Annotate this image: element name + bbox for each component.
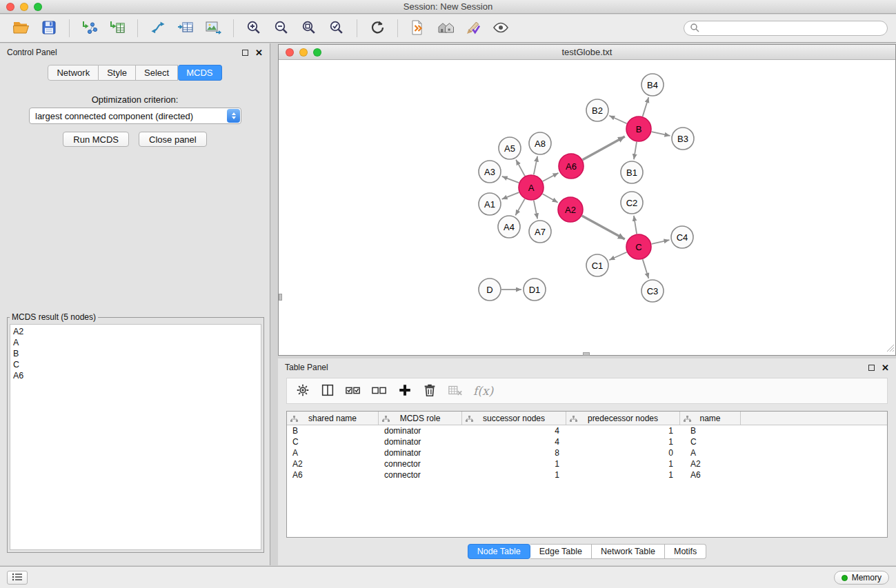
graph-node-A5[interactable]: A5 <box>499 137 521 159</box>
graph-node-B3[interactable]: B3 <box>672 128 694 150</box>
panel-menu-button[interactable] <box>7 571 28 585</box>
select-all-button[interactable] <box>345 381 361 401</box>
tab-mcds[interactable]: MCDS <box>178 65 221 81</box>
tab-motifs[interactable]: Motifs <box>665 544 706 559</box>
table-cell[interactable]: C <box>680 437 741 447</box>
close-window-button[interactable] <box>6 3 14 11</box>
table-cell[interactable]: C <box>287 437 379 447</box>
tab-network[interactable]: Network <box>48 65 99 81</box>
graph-edge-A-A7[interactable] <box>534 201 537 219</box>
zoom-in-button[interactable] <box>241 17 267 39</box>
table-cell[interactable]: A2 <box>287 459 379 469</box>
float-panel-icon[interactable] <box>868 365 875 371</box>
import-table-button[interactable] <box>104 17 130 39</box>
graph-node-C[interactable]: C <box>626 234 651 259</box>
graph-edge-C-C4[interactable] <box>652 240 670 244</box>
graph-node-C3[interactable]: C3 <box>641 280 664 302</box>
table-cell[interactable]: connector <box>379 459 462 469</box>
open-session-button[interactable] <box>8 17 34 39</box>
graph-node-A[interactable]: A <box>519 175 544 200</box>
mcds-result-item[interactable]: C <box>13 359 258 370</box>
mcds-result-item[interactable]: A2 <box>13 326 258 337</box>
tab-edge-table[interactable]: Edge Table <box>530 544 592 559</box>
delete-column-button[interactable] <box>422 381 437 401</box>
graph-node-B1[interactable]: B1 <box>621 161 643 183</box>
close-panel-icon[interactable]: ✕ <box>255 48 263 57</box>
graph-node-B2[interactable]: B2 <box>586 99 608 121</box>
graph-node-C4[interactable]: C4 <box>671 226 693 248</box>
table-cell[interactable]: 1 <box>566 459 680 469</box>
graph-node-C1[interactable]: C1 <box>586 254 608 276</box>
graph-node-A6[interactable]: A6 <box>559 154 584 179</box>
graph-edge-A-A3[interactable] <box>502 176 519 183</box>
search-input[interactable] <box>703 23 882 34</box>
table-cell[interactable]: 1 <box>462 470 566 480</box>
graph-edge-B-B1[interactable] <box>634 142 637 159</box>
tab-node-table[interactable]: Node Table <box>468 544 530 559</box>
clone-network-button[interactable] <box>145 17 171 39</box>
graph-edge-A-A1[interactable] <box>502 192 519 199</box>
mcds-result-item[interactable]: A6 <box>13 370 258 381</box>
show-hide-graphics-button[interactable] <box>488 17 514 39</box>
apply-style-button[interactable] <box>460 17 486 39</box>
mcds-result-item[interactable]: B <box>13 348 258 359</box>
graph-node-A2[interactable]: A2 <box>558 197 583 222</box>
graph-edge-A2-C[interactable] <box>582 216 625 239</box>
table-settings-button[interactable] <box>295 381 310 401</box>
import-network-button[interactable] <box>77 17 103 39</box>
table-cell[interactable]: B <box>287 426 379 436</box>
table-cell[interactable]: connector <box>379 470 462 480</box>
graph-edge-A-A2[interactable] <box>543 194 558 202</box>
graph-edge-C-C1[interactable] <box>609 252 626 260</box>
graph-node-B[interactable]: B <box>626 116 651 141</box>
table-row[interactable]: A6connector11A6 <box>287 469 887 480</box>
table-cell[interactable]: 1 <box>566 470 680 480</box>
graph-edge-C-C3[interactable] <box>643 259 649 278</box>
column-header-successor-nodes[interactable]: successor nodes <box>462 412 566 425</box>
table-cell[interactable]: A <box>680 448 741 458</box>
minimize-window-button[interactable] <box>20 3 28 11</box>
graph-edge-A-A4[interactable] <box>515 199 524 216</box>
apply-layout-button[interactable] <box>364 17 390 39</box>
graph-node-A1[interactable]: A1 <box>479 193 501 215</box>
mcds-result-item[interactable]: A <box>13 337 258 348</box>
zoom-network-window-button[interactable] <box>313 48 321 57</box>
table-cell[interactable]: A6 <box>287 470 379 480</box>
zoom-selected-button[interactable] <box>323 17 350 39</box>
create-column-button[interactable] <box>397 381 412 401</box>
resize-grip-icon[interactable] <box>886 344 895 354</box>
table-cell[interactable]: 1 <box>566 426 680 436</box>
table-cell[interactable]: 1 <box>462 459 566 469</box>
graph-edge-B-B2[interactable] <box>609 116 626 123</box>
column-header-predecessor-nodes[interactable]: predecessor nodes <box>566 412 680 425</box>
column-header-shared-name[interactable]: shared name <box>287 412 379 425</box>
graph-node-C2[interactable]: C2 <box>621 192 643 214</box>
table-row[interactable]: Bdominator41B <box>287 425 887 436</box>
zoom-window-button[interactable] <box>34 3 42 11</box>
graph-edge-A-A5[interactable] <box>516 160 525 176</box>
graph-node-D[interactable]: D <box>479 278 501 301</box>
new-network-table-button[interactable] <box>172 17 199 39</box>
close-mcds-panel-button[interactable]: Close panel <box>139 132 207 147</box>
run-mcds-button[interactable]: Run MCDS <box>63 132 129 147</box>
show-columns-button[interactable] <box>320 381 335 401</box>
network-graph[interactable]: B4B2BB3A5A8A6A3B1AC2A1A2A4A7C4CC1C3DD1 <box>279 61 895 355</box>
zoom-out-button[interactable] <box>268 17 295 39</box>
mcds-result-list[interactable]: A2ABCA6 <box>10 324 261 550</box>
graph-edge-A-A8[interactable] <box>534 156 537 175</box>
save-session-button[interactable] <box>36 17 62 39</box>
column-header-name[interactable]: name <box>680 412 741 425</box>
table-cell[interactable]: 1 <box>566 437 680 447</box>
table-cell[interactable]: A <box>287 448 379 458</box>
memory-button[interactable]: Memory <box>834 571 889 585</box>
graph-node-B4[interactable]: B4 <box>641 74 664 96</box>
table-cell[interactable]: 0 <box>566 448 680 458</box>
table-cell[interactable]: A6 <box>680 470 741 480</box>
graph-edge-A6-B[interactable] <box>583 136 625 160</box>
column-header-MCDS-role[interactable]: MCDS role <box>379 412 462 425</box>
graph-edge-C-C2[interactable] <box>634 216 637 234</box>
tab-style[interactable]: Style <box>99 65 136 81</box>
network-canvas[interactable]: B4B2BB3A5A8A6A3B1AC2A1A2A4A7C4CC1C3DD1 <box>279 61 895 355</box>
table-cell[interactable]: dominator <box>379 437 462 447</box>
graph-node-D1[interactable]: D1 <box>524 278 546 301</box>
